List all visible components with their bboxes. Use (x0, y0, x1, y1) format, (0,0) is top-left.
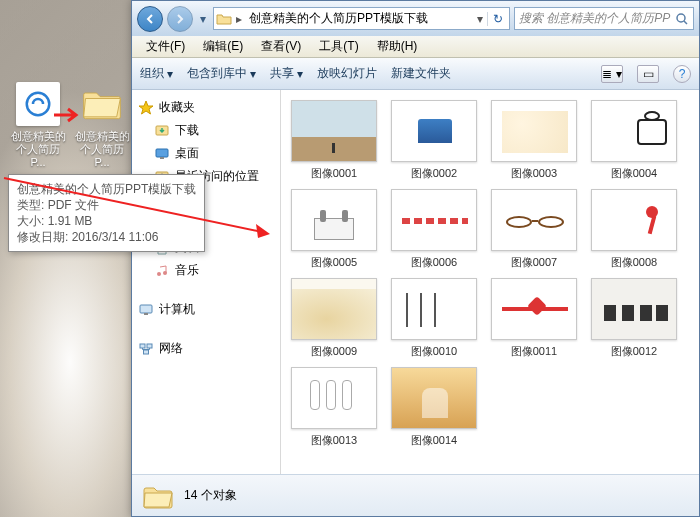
image-thumbnail[interactable]: 图像0001 (287, 100, 381, 181)
desktop-icon (154, 146, 170, 162)
svg-rect-14 (140, 305, 152, 313)
search-box[interactable]: 搜索 创意精美的个人简历PPT模版下载 (514, 7, 694, 30)
downloads-icon (154, 123, 170, 139)
chevron-down-icon: ▾ (167, 67, 173, 81)
navigation-pane: 收藏夹 下载 桌面 最近访问的位置 文档 (132, 90, 281, 474)
desktop-folder[interactable]: 创意精美的个人简历P... (72, 82, 132, 170)
image-thumbnail[interactable]: 图像0008 (587, 189, 681, 270)
image-thumbnail[interactable]: 图像0005 (287, 189, 381, 270)
status-folder-icon (142, 482, 174, 510)
sidebar-downloads[interactable]: 下载 (136, 119, 276, 142)
toolbar-share[interactable]: 共享 ▾ (270, 65, 303, 82)
svg-rect-7 (160, 157, 164, 159)
menu-bar: 文件(F) 编辑(E) 查看(V) 工具(T) 帮助(H) (132, 36, 699, 58)
file-list-pane[interactable]: 图像0001 图像0002 图像0003 图像0004 图像0005 图像000… (281, 90, 699, 474)
svg-rect-18 (144, 350, 149, 354)
desktop-folder-label: 创意精美的个人简历P... (72, 129, 132, 170)
computer-icon (138, 302, 154, 318)
toolbar-organize[interactable]: 组织 ▾ (140, 65, 173, 82)
sidebar-favorites[interactable]: 收藏夹 (136, 96, 276, 119)
svg-point-3 (677, 14, 685, 22)
chevron-down-icon: ▾ (250, 67, 256, 81)
toolbar-include-in-library[interactable]: 包含到库中 ▾ (187, 65, 256, 82)
desktop-pdf-file[interactable]: 创意精美的个人简历P... (8, 82, 68, 170)
breadcrumb-current[interactable]: 创意精美的个人简历PPT模版下载 (246, 10, 431, 27)
svg-point-0 (27, 93, 50, 116)
image-thumbnail[interactable]: 图像0010 (387, 278, 481, 359)
search-placeholder: 搜索 创意精美的个人简历PPT模版下载 (519, 10, 671, 27)
svg-rect-6 (156, 149, 168, 157)
image-thumbnail[interactable]: 图像0003 (487, 100, 581, 181)
desktop-pdf-label: 创意精美的个人简历P... (8, 129, 68, 170)
svg-line-4 (684, 21, 687, 24)
toolbar-new-folder[interactable]: 新建文件夹 (391, 65, 451, 82)
folder-icon (80, 82, 124, 126)
sidebar-desktop[interactable]: 桌面 (136, 142, 276, 165)
explorer-window: ▾ ▸ 创意精美的个人简历PPT模版下载 ▾ ↻ 搜索 创意精美的个人简历PPT… (131, 0, 700, 517)
menu-edit[interactable]: 编辑(E) (195, 36, 251, 57)
music-icon (154, 263, 170, 279)
image-thumbnail[interactable]: 图像0004 (587, 100, 681, 181)
view-mode-button[interactable]: ≣ ▾ (601, 65, 623, 83)
status-bar: 14 个对象 (132, 474, 699, 516)
image-thumbnail[interactable]: 图像0011 (487, 278, 581, 359)
sidebar-computer[interactable]: 计算机 (136, 298, 276, 321)
menu-help[interactable]: 帮助(H) (369, 36, 426, 57)
status-text: 14 个对象 (184, 487, 237, 504)
image-thumbnail[interactable]: 图像0014 (387, 367, 481, 448)
menu-file[interactable]: 文件(F) (138, 36, 193, 57)
image-thumbnail[interactable]: 图像0009 (287, 278, 381, 359)
image-thumbnail[interactable]: 图像0006 (387, 189, 481, 270)
sidebar-music[interactable]: 音乐 (136, 259, 276, 282)
image-thumbnail[interactable]: 图像0007 (487, 189, 581, 270)
menu-view[interactable]: 查看(V) (253, 36, 309, 57)
image-thumbnail[interactable]: 图像0012 (587, 278, 681, 359)
star-icon (138, 100, 154, 116)
toolbar: 组织 ▾ 包含到库中 ▾ 共享 ▾ 放映幻灯片 新建文件夹 ≣ ▾ ▭ ? (132, 58, 699, 90)
svg-rect-15 (144, 313, 148, 315)
svg-rect-17 (147, 344, 152, 348)
sidebar-network[interactable]: 网络 (136, 337, 276, 360)
breadcrumb-sep-icon: ▸ (236, 12, 242, 26)
toolbar-slideshow[interactable]: 放映幻灯片 (317, 65, 377, 82)
search-icon (675, 12, 689, 26)
svg-point-12 (157, 272, 161, 276)
breadcrumb-folder-icon (216, 11, 232, 27)
image-thumbnail[interactable]: 图像0013 (287, 367, 381, 448)
tooltip-title: 创意精美的个人简历PPT模版下载 (17, 181, 196, 197)
nav-history-dropdown[interactable]: ▾ (197, 9, 209, 29)
breadcrumb-dropdown-icon[interactable]: ▾ (477, 12, 483, 26)
menu-tools[interactable]: 工具(T) (311, 36, 366, 57)
nav-back-button[interactable] (137, 6, 163, 32)
svg-point-13 (163, 271, 167, 275)
network-icon (138, 341, 154, 357)
preview-pane-button[interactable]: ▭ (637, 65, 659, 83)
titlebar: ▾ ▸ 创意精美的个人简历PPT模版下载 ▾ ↻ 搜索 创意精美的个人简历PPT… (132, 1, 699, 36)
address-bar[interactable]: ▸ 创意精美的个人简历PPT模版下载 ▾ ↻ (213, 7, 510, 30)
file-tooltip: 创意精美的个人简历PPT模版下载 类型: PDF 文件 大小: 1.91 MB … (8, 174, 205, 252)
nav-forward-button[interactable] (167, 6, 193, 32)
image-thumbnail[interactable]: 图像0002 (387, 100, 481, 181)
svg-rect-16 (140, 344, 145, 348)
refresh-button[interactable]: ↻ (487, 12, 507, 26)
chevron-down-icon: ▾ (297, 67, 303, 81)
help-button[interactable]: ? (673, 65, 691, 83)
